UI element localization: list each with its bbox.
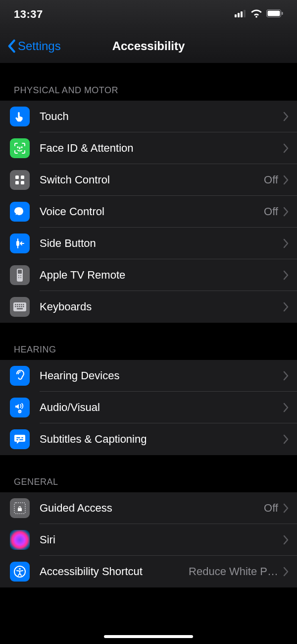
row-label: Side Button (40, 237, 278, 250)
row-value: Off (264, 502, 278, 515)
row-label: Voice Control (40, 205, 260, 218)
chevron-right-icon (283, 302, 289, 312)
row-label: Accessibility Shortcut (40, 565, 185, 578)
svg-rect-22 (17, 304, 18, 305)
row-label: Apple TV Remote (40, 269, 278, 282)
accessibility-icon (10, 562, 30, 582)
chevron-right-icon (283, 143, 289, 153)
svg-point-16 (18, 275, 19, 276)
svg-point-8 (21, 147, 22, 148)
row-label: Face ID & Attention (40, 142, 278, 155)
svg-rect-9 (15, 176, 19, 179)
group-physical: Touch Face ID & Attention Switch Control… (0, 101, 297, 323)
svg-rect-13 (17, 241, 19, 245)
svg-rect-3 (244, 10, 246, 17)
chevron-right-icon (283, 238, 289, 248)
row-label: Switch Control (40, 174, 260, 186)
svg-rect-37 (19, 439, 23, 440)
row-value: Off (264, 205, 278, 218)
nav-bar: Settings Accessibility (0, 29, 297, 63)
row-label: Audio/Visual (40, 401, 278, 414)
voice-control-icon (10, 202, 30, 222)
guided-access-icon (10, 498, 30, 518)
row-siri[interactable]: Siri (0, 524, 297, 556)
svg-point-18 (18, 277, 19, 278)
svg-rect-15 (18, 270, 22, 274)
svg-rect-30 (23, 306, 24, 307)
svg-rect-36 (16, 439, 18, 440)
wifi-icon (250, 9, 262, 20)
svg-rect-12 (21, 181, 24, 184)
row-keyboards[interactable]: Keyboards (0, 291, 297, 323)
row-hearing-devices[interactable]: Hearing Devices (0, 360, 297, 392)
svg-point-7 (17, 147, 18, 148)
svg-rect-25 (23, 304, 24, 305)
cellular-icon (235, 9, 247, 19)
row-audio-visual[interactable]: Audio/Visual (0, 392, 297, 423)
side-button-icon (10, 234, 30, 253)
row-voice-control[interactable]: Voice Control Off (0, 196, 297, 228)
group-general: Guided Access Off Siri Accessibility Sho… (0, 492, 297, 587)
row-touch[interactable]: Touch (0, 101, 297, 132)
svg-rect-5 (268, 11, 280, 16)
row-switch-control[interactable]: Switch Control Off (0, 164, 297, 196)
chevron-left-icon (7, 39, 16, 53)
section-header-hearing: HEARING (0, 323, 297, 360)
svg-rect-6 (282, 12, 283, 15)
chevron-right-icon (283, 503, 289, 513)
chevron-right-icon (283, 207, 289, 217)
home-indicator[interactable] (104, 635, 193, 638)
face-id-icon (10, 138, 30, 158)
svg-rect-35 (21, 437, 23, 438)
chevron-right-icon (283, 434, 289, 444)
status-icons (235, 9, 283, 20)
svg-rect-0 (235, 14, 237, 17)
svg-rect-1 (238, 13, 240, 17)
svg-point-17 (20, 275, 21, 276)
row-apple-tv-remote[interactable]: Apple TV Remote (0, 259, 297, 291)
row-accessibility-shortcut[interactable]: Accessibility Shortcut Reduce White P… (0, 556, 297, 587)
row-subtitles[interactable]: Subtitles & Captioning (0, 423, 297, 455)
audio-visual-icon (10, 398, 30, 417)
status-time: 13:37 (14, 8, 43, 21)
row-label: Hearing Devices (40, 369, 278, 382)
chevron-right-icon (283, 403, 289, 412)
row-face-id[interactable]: Face ID & Attention (0, 132, 297, 164)
ear-icon (10, 366, 30, 386)
svg-rect-26 (15, 306, 16, 307)
svg-rect-21 (15, 304, 16, 305)
svg-rect-11 (15, 181, 19, 184)
svg-rect-34 (16, 437, 20, 438)
svg-rect-23 (19, 304, 20, 305)
touch-icon (10, 107, 30, 126)
keyboards-icon (10, 297, 30, 317)
row-side-button[interactable]: Side Button (0, 228, 297, 259)
chevron-right-icon (283, 535, 289, 545)
svg-rect-29 (21, 306, 22, 307)
row-label: Subtitles & Captioning (40, 433, 278, 446)
section-header-physical: PHYSICAL AND MOTOR (0, 63, 297, 101)
row-label: Touch (40, 110, 278, 123)
row-value: Off (264, 174, 278, 186)
row-value: Reduce White P… (189, 565, 278, 578)
chevron-right-icon (283, 112, 289, 121)
subtitles-icon (10, 429, 30, 449)
svg-point-19 (20, 277, 21, 278)
siri-icon (10, 530, 30, 550)
chevron-right-icon (283, 371, 289, 381)
svg-rect-28 (19, 306, 20, 307)
back-button[interactable]: Settings (0, 39, 61, 53)
row-label: Guided Access (40, 502, 260, 515)
apple-tv-remote-icon (10, 265, 30, 285)
row-label: Siri (40, 533, 278, 546)
svg-rect-27 (17, 306, 18, 307)
back-label: Settings (18, 39, 61, 53)
status-bar: 13:37 (0, 0, 297, 29)
row-guided-access[interactable]: Guided Access Off (0, 492, 297, 524)
chevron-right-icon (283, 270, 289, 280)
chevron-right-icon (283, 175, 289, 185)
section-header-general: GENERAL (0, 455, 297, 492)
svg-rect-31 (17, 308, 23, 310)
battery-icon (266, 9, 283, 19)
switch-control-icon (10, 170, 30, 190)
